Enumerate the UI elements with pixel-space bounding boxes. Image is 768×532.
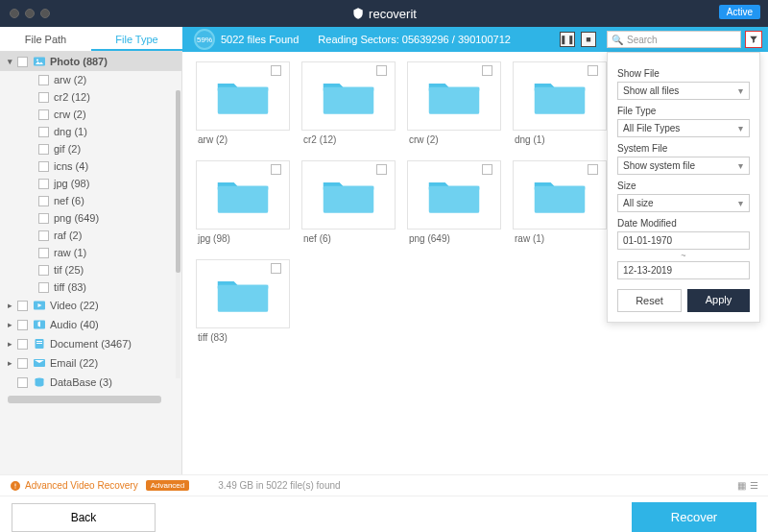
active-badge[interactable]: Active — [719, 5, 760, 19]
checkbox[interactable] — [482, 164, 492, 175]
checkbox[interactable] — [38, 161, 49, 172]
sidebar-item-email[interactable]: ▸ Email (22) — [0, 353, 181, 373]
stop-button[interactable]: ■ — [581, 32, 596, 47]
folder-card[interactable]: tiff (83) — [196, 259, 290, 347]
sidebar-sub-item[interactable]: arw (2) — [0, 71, 181, 88]
folder-thumb[interactable] — [407, 160, 501, 230]
checkbox[interactable] — [271, 263, 281, 274]
folder-card[interactable]: jpg (98) — [196, 160, 290, 248]
folder-thumb[interactable] — [301, 61, 396, 131]
folder-card[interactable]: crw (2) — [407, 61, 501, 149]
checkbox[interactable] — [376, 164, 387, 175]
date-to-input[interactable]: 12-13-2019 — [617, 261, 750, 279]
caret-down-icon[interactable]: ▾ — [8, 57, 17, 66]
show-file-select[interactable]: Show all files — [617, 82, 750, 100]
sidebar-sub-item[interactable]: raf (2) — [0, 227, 181, 244]
folder-card[interactable]: nef (6) — [301, 160, 396, 248]
folder-thumb[interactable] — [513, 61, 607, 131]
folder-thumb[interactable] — [196, 160, 290, 230]
sidebar-item-database[interactable]: DataBase (3) — [0, 373, 181, 392]
sidebar-sub-item[interactable]: nef (6) — [0, 192, 181, 209]
svg-rect-12 — [535, 87, 586, 114]
h-scrollbar[interactable] — [8, 396, 161, 403]
folder-card[interactable]: dng (1) — [513, 61, 607, 149]
sidebar-item-document[interactable]: ▸ Document (3467) — [0, 334, 181, 353]
tab-file-type[interactable]: File Type — [91, 27, 182, 51]
sidebar-item-video[interactable]: ▸ Video (22) — [0, 296, 181, 315]
sidebar-item-audio[interactable]: ▸ Audio (40) — [0, 315, 181, 334]
checkbox[interactable] — [38, 282, 49, 293]
checkbox[interactable] — [17, 377, 28, 388]
caret-right-icon[interactable]: ▸ — [8, 358, 17, 368]
checkbox[interactable] — [17, 301, 28, 311]
sidebar-sub-item[interactable]: dng (1) — [0, 123, 181, 140]
sidebar-sub-item[interactable]: cr2 (12) — [0, 88, 181, 106]
folder-thumb[interactable] — [513, 160, 607, 230]
min-dot[interactable] — [25, 9, 35, 18]
sidebar-sub-item[interactable]: jpg (98) — [0, 175, 181, 192]
sidebar-sub-item[interactable]: png (649) — [0, 209, 181, 227]
email-icon — [33, 357, 46, 369]
search-input[interactable]: 🔍 Search — [607, 31, 741, 48]
sidebar-item-photo[interactable]: ▾ Photo (887) — [0, 52, 181, 71]
tab-file-path[interactable]: File Path — [0, 27, 91, 51]
checkbox[interactable] — [17, 358, 28, 369]
caret-right-icon[interactable]: ▸ — [8, 320, 17, 329]
checkbox[interactable] — [38, 196, 49, 206]
advanced-video-recovery-link[interactable]: Advanced Video Recovery Advanced — [10, 480, 189, 492]
sidebar-sub-item[interactable]: gif (2) — [0, 140, 181, 157]
caret-right-icon[interactable]: ▸ — [8, 301, 17, 310]
v-scrollbar-track[interactable] — [176, 90, 180, 378]
system-file-select[interactable]: Show system file — [617, 157, 750, 175]
recover-button[interactable]: Recover — [632, 502, 756, 533]
checkbox[interactable] — [38, 179, 49, 189]
checkbox[interactable] — [38, 248, 49, 258]
folder-card[interactable]: raw (1) — [513, 160, 607, 248]
checkbox[interactable] — [38, 75, 49, 85]
checkbox[interactable] — [38, 265, 49, 276]
checkbox[interactable] — [588, 65, 598, 76]
size-select[interactable]: All size — [617, 194, 750, 212]
checkbox[interactable] — [271, 65, 281, 76]
checkbox[interactable] — [17, 339, 28, 350]
checkbox[interactable] — [38, 144, 49, 155]
checkbox[interactable] — [588, 164, 598, 175]
sidebar-sub-item[interactable]: tiff (83) — [0, 278, 181, 296]
folder-card[interactable]: cr2 (12) — [301, 61, 396, 149]
sidebar-sub-item[interactable]: tif (25) — [0, 261, 181, 278]
list-view-icon[interactable]: ☰ — [750, 480, 758, 491]
sidebar-sub-item[interactable]: raw (1) — [0, 244, 181, 261]
apply-button[interactable]: Apply — [687, 289, 750, 312]
checkbox[interactable] — [38, 230, 49, 241]
file-type-select[interactable]: All File Types — [617, 119, 750, 137]
sub-label: dng (1) — [54, 126, 87, 137]
checkbox[interactable] — [38, 109, 49, 120]
folder-card[interactable]: arw (2) — [196, 61, 290, 149]
checkbox[interactable] — [17, 57, 28, 67]
checkbox[interactable] — [17, 320, 28, 330]
files-found-text: 5022 files Found — [221, 34, 299, 45]
close-dot[interactable] — [10, 9, 19, 18]
caret-right-icon[interactable]: ▸ — [8, 339, 17, 349]
reset-button[interactable]: Reset — [617, 289, 682, 312]
folder-card[interactable]: png (649) — [407, 160, 501, 248]
folder-thumb[interactable] — [407, 61, 501, 131]
checkbox[interactable] — [38, 92, 49, 103]
sidebar-sub-item[interactable]: crw (2) — [0, 106, 181, 123]
max-dot[interactable] — [40, 9, 50, 18]
filter-button[interactable] — [745, 31, 762, 48]
v-scrollbar-thumb[interactable] — [176, 90, 180, 273]
folder-thumb[interactable] — [196, 259, 290, 328]
pause-button[interactable]: ❚❚ — [560, 32, 575, 47]
checkbox[interactable] — [38, 213, 49, 224]
back-button[interactable]: Back — [12, 503, 156, 532]
folder-thumb[interactable] — [196, 61, 290, 131]
checkbox[interactable] — [482, 65, 492, 76]
date-from-input[interactable]: 01-01-1970 — [617, 231, 750, 250]
grid-view-icon[interactable]: ▦ — [737, 480, 746, 491]
sidebar-sub-item[interactable]: icns (4) — [0, 157, 181, 175]
folder-thumb[interactable] — [301, 160, 396, 230]
checkbox[interactable] — [376, 65, 387, 76]
checkbox[interactable] — [38, 127, 49, 137]
checkbox[interactable] — [271, 164, 281, 175]
